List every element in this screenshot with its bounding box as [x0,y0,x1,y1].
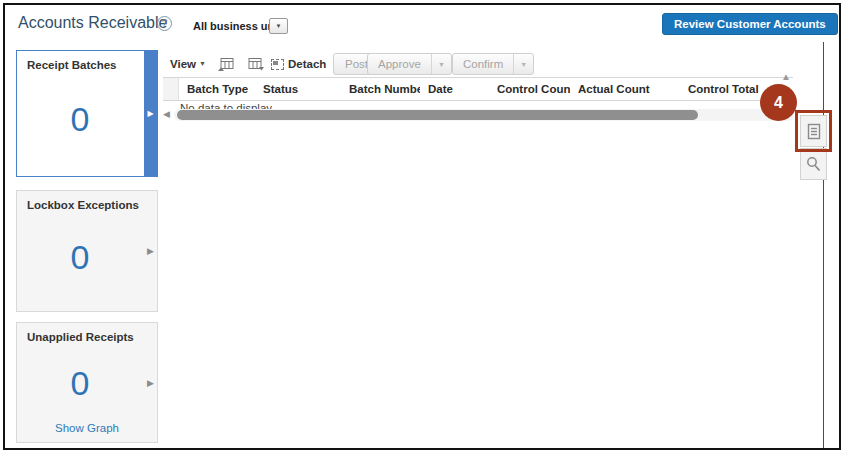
page-title: Accounts Receivable [18,14,167,32]
scroll-up-icon[interactable]: ▲ [781,71,791,82]
tasks-panel-tab[interactable] [800,115,827,147]
tasks-list-icon [807,123,821,140]
review-customer-accounts-button[interactable]: Review Customer Accounts [662,13,838,35]
infotile-count: 0 [17,81,143,158]
infotile-lockbox-exceptions[interactable]: Lockbox Exceptions 0 ▶ [16,190,158,312]
row-header-column [163,78,179,100]
column-header-batch-type[interactable]: Batch Type [179,78,255,100]
infotile-title: Lockbox Exceptions [27,199,139,211]
column-header-batch-number[interactable]: Batch Number [341,78,420,100]
freeze-columns-icon[interactable] [247,57,265,73]
show-graph-link[interactable]: Show Graph [17,422,157,434]
arrow-right-icon: ▶ [147,246,154,256]
search-panel-tab[interactable] [800,148,827,180]
column-header-actual-count[interactable]: Actual Count [570,78,680,100]
view-menu-label: View [170,58,196,70]
infotile-title: Unapplied Receipts [27,331,134,343]
detach-label: Detach [288,58,326,70]
export-to-excel-icon[interactable] [217,57,235,73]
chevron-down-icon: ▼ [438,61,445,68]
approve-dropdown-arrow[interactable]: ▼ [431,54,451,74]
arrow-right-icon: ▶ [147,109,153,118]
horizontal-scrollbar-thumb[interactable] [177,110,698,120]
selected-strip: ▶ [144,51,157,176]
infotile-count: 0 [17,221,143,293]
search-icon [805,156,822,173]
column-header-date[interactable]: Date [420,78,489,100]
content-right-divider [823,42,824,448]
chevron-down-icon: ▼ [199,60,206,67]
column-header-control-count[interactable]: Control Count [489,78,570,100]
confirm-split-button[interactable]: Confirm ▼ [452,53,534,75]
column-header-status[interactable]: Status [255,78,341,100]
detach-icon [271,59,284,70]
business-units-dropdown[interactable]: ▼ [269,18,288,34]
confirm-dropdown-arrow[interactable]: ▼ [513,54,533,74]
approve-button[interactable]: Approve [368,54,431,74]
view-menu-button[interactable]: View▼ [170,58,206,70]
chevron-down-icon: ▼ [520,61,527,68]
infotile-unapplied-receipts[interactable]: Unapplied Receipts 0 ▶ Show Graph [16,322,158,443]
help-icon[interactable]: ? [157,16,172,31]
infotile-receipt-batches[interactable]: Receipt Batches 0 ▶ [16,50,158,177]
infotile-title: Receipt Batches [27,59,116,71]
scroll-left-icon[interactable]: ◀ [163,109,170,119]
chevron-down-icon: ▼ [276,23,282,29]
arrow-right-icon: ▶ [147,378,154,388]
approve-split-button[interactable]: Approve ▼ [367,53,452,75]
app-window: Accounts Receivable ? All business units… [3,3,841,450]
table-header-row: Batch Type Status Batch Number Date Cont… [163,77,793,101]
infotile-count: 0 [17,353,143,414]
annotation-step-badge: 4 [760,84,797,121]
confirm-button[interactable]: Confirm [453,54,513,74]
detach-button[interactable]: Detach [271,58,326,70]
